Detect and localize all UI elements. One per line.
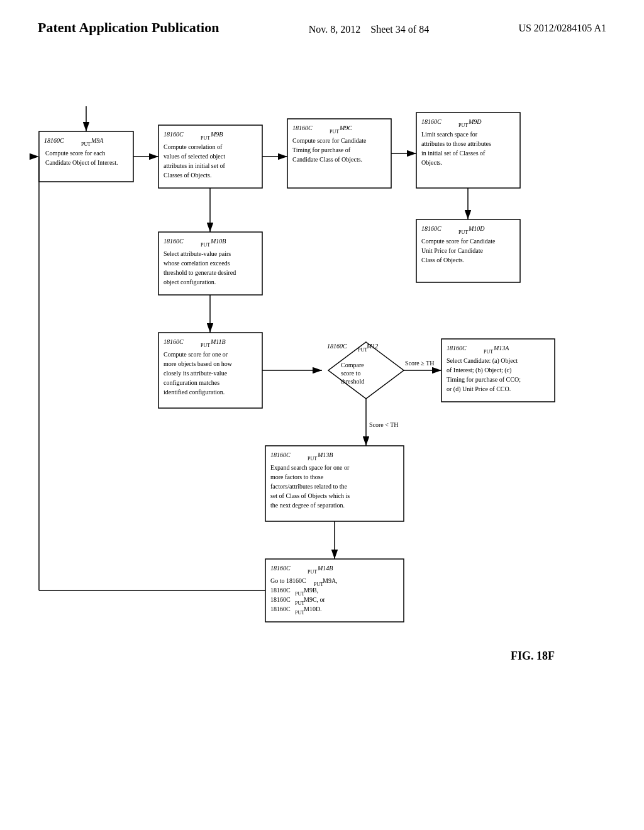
svg-text:M14B: M14B	[317, 565, 333, 572]
svg-text:Compute score for Candidate: Compute score for Candidate	[292, 137, 367, 144]
svg-text:threshold to generate desired: threshold to generate desired	[164, 269, 236, 276]
svg-text:Objects.: Objects.	[421, 159, 442, 166]
svg-text:more objects based on how: more objects based on how	[164, 360, 233, 367]
svg-text:18160C: 18160C	[292, 124, 313, 131]
svg-text:FIG. 18F: FIG. 18F	[511, 650, 555, 662]
svg-text:18160C: 18160C	[270, 596, 291, 603]
svg-text:PUT: PUT	[458, 122, 468, 128]
svg-text:identified configuration.: identified configuration.	[164, 389, 225, 396]
svg-text:18160C: 18160C	[164, 131, 184, 138]
svg-text:PUT: PUT	[484, 348, 493, 354]
svg-text:Compute score for each: Compute score for each	[45, 150, 105, 157]
svg-text:Compute score for one or: Compute score for one or	[164, 351, 228, 358]
svg-text:M9A,: M9A,	[323, 577, 338, 584]
svg-text:M9B,: M9B,	[304, 587, 318, 594]
svg-text:18160C: 18160C	[421, 118, 441, 125]
svg-text:M13B: M13B	[317, 451, 333, 458]
svg-text:M9C: M9C	[339, 124, 352, 131]
svg-text:PUT: PUT	[308, 568, 317, 574]
svg-text:18160C: 18160C	[164, 338, 184, 345]
svg-text:18160C: 18160C	[270, 587, 291, 594]
svg-text:or (d) Unit Price of CCO.: or (d) Unit Price of CCO.	[447, 385, 511, 393]
svg-text:Timing for purchase of CCO;: Timing for purchase of CCO;	[447, 376, 521, 383]
svg-text:closely its attribute-value: closely its attribute-value	[164, 370, 228, 377]
svg-text:PUT: PUT	[330, 128, 339, 134]
svg-text:threshold: threshold	[341, 378, 364, 385]
svg-text:M12: M12	[366, 343, 378, 350]
svg-text:PUT: PUT	[358, 346, 367, 352]
svg-text:M10D.: M10D.	[304, 606, 322, 612]
svg-text:whose correlation exceeds: whose correlation exceeds	[164, 260, 230, 267]
svg-text:more factors to those: more factors to those	[270, 473, 324, 480]
svg-text:Expand search space for one or: Expand search space for one or	[270, 464, 350, 471]
svg-text:Compute correlation of: Compute correlation of	[164, 143, 223, 150]
svg-text:Score < TH: Score < TH	[369, 421, 399, 428]
svg-text:Limit search space for: Limit search space for	[421, 131, 478, 138]
svg-text:18160C: 18160C	[447, 345, 467, 351]
svg-text:configuration matches: configuration matches	[164, 379, 219, 386]
svg-text:attributes to those attributes: attributes to those attributes	[421, 140, 491, 147]
svg-text:values of selected object: values of selected object	[164, 153, 225, 160]
svg-text:18160C: 18160C	[164, 238, 184, 245]
svg-text:18160C: 18160C	[421, 225, 441, 232]
svg-text:factors/attributes related to : factors/attributes related to the	[270, 483, 347, 490]
svg-text:M11B: M11B	[210, 338, 226, 345]
svg-text:18160C: 18160C	[327, 343, 347, 350]
svg-text:Compute score for Candidate: Compute score for Candidate	[421, 238, 496, 245]
svg-text:M10D: M10D	[468, 225, 485, 232]
publication-title: Patent Application Publication	[38, 19, 219, 37]
svg-text:PUT: PUT	[201, 241, 210, 247]
svg-text:Select Candidate: (a) Object: Select Candidate: (a) Object	[447, 357, 518, 365]
svg-text:the next degree of separation.: the next degree of separation.	[270, 502, 345, 509]
svg-text:PUT: PUT	[295, 590, 304, 596]
diagram-area: 18160C PUT M9A Compute score for each Ca…	[0, 43, 644, 813]
svg-text:in initial set of Classes of: in initial set of Classes of	[421, 150, 486, 157]
svg-text:18160C: 18160C	[270, 606, 291, 612]
svg-text:set of Class of Objects which : set of Class of Objects which is	[270, 492, 350, 499]
patent-number: US 2012/0284105 A1	[518, 19, 606, 34]
svg-text:PUT: PUT	[458, 229, 468, 235]
svg-text:PUT: PUT	[308, 455, 317, 461]
svg-text:Unit Price for Candidate: Unit Price for Candidate	[421, 247, 484, 254]
svg-text:Score ≥ TH: Score ≥ TH	[405, 360, 434, 367]
svg-text:PUT: PUT	[81, 141, 91, 147]
svg-text:PUT: PUT	[295, 600, 304, 606]
svg-text:attributes in initial set of: attributes in initial set of	[164, 162, 225, 169]
svg-text:Go to 18160C: Go to 18160C	[270, 577, 306, 584]
date-sheet: Nov. 8, 2012 Sheet 34 of 84	[309, 19, 429, 36]
page-header: Patent Application Publication Nov. 8, 2…	[0, 0, 644, 43]
svg-text:Classes of Objects.: Classes of Objects.	[164, 172, 211, 179]
svg-text:PUT: PUT	[201, 342, 210, 348]
svg-text:Candidate Class of Objects.: Candidate Class of Objects.	[292, 156, 362, 163]
svg-text:PUT: PUT	[201, 135, 210, 140]
svg-text:score to: score to	[341, 370, 360, 377]
svg-text:M10B: M10B	[210, 238, 226, 245]
svg-text:object configuration.: object configuration.	[164, 279, 216, 285]
svg-text:18160C: 18160C	[270, 451, 291, 458]
svg-text:M13A: M13A	[493, 345, 509, 351]
svg-text:of Interest; (b) Object; (c): of Interest; (b) Object; (c)	[447, 367, 511, 374]
svg-text:PUT: PUT	[295, 609, 304, 615]
svg-text:M9C, or: M9C, or	[304, 596, 326, 603]
svg-text:18160C: 18160C	[270, 565, 291, 572]
flowchart: 18160C PUT M9A Compute score for each Ca…	[20, 56, 624, 800]
svg-text:Timing for purchase of: Timing for purchase of	[292, 147, 351, 153]
svg-text:Compare: Compare	[341, 362, 364, 368]
svg-text:M9A: M9A	[91, 137, 104, 144]
svg-text:Candidate Object of Interest.: Candidate Object of Interest.	[45, 159, 118, 166]
svg-text:M9D: M9D	[468, 118, 482, 125]
svg-text:M9B: M9B	[210, 131, 223, 138]
svg-text:18160C: 18160C	[44, 137, 64, 144]
svg-text:Select attribute-value pairs: Select attribute-value pairs	[164, 250, 231, 257]
svg-text:Class of Objects.: Class of Objects.	[421, 257, 464, 263]
